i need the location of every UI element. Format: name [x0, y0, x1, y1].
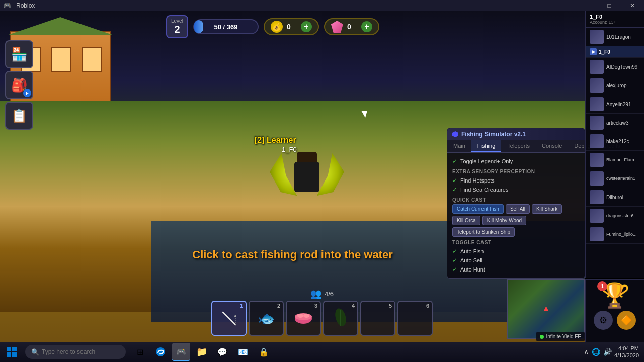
shop-button[interactable]: 🏪	[5, 40, 33, 68]
avatar-alexjurop	[590, 78, 604, 93]
player-item-aidogtown[interactable]: AIDogTown99	[586, 58, 644, 76]
teleport-sunken-ship-button[interactable]: Teleport to Sunken Ship	[452, 227, 515, 237]
instruction-text: Click to cast fishing rod into the water	[192, 248, 393, 261]
hotbar-slot-6[interactable]: 6	[397, 301, 433, 336]
svg-line-0	[223, 312, 235, 325]
feather-icon	[332, 307, 350, 329]
clock-date: 4/13/2020	[614, 352, 639, 359]
player-item-anyelin[interactable]: Anyelin291	[586, 95, 644, 114]
tab-console[interactable]: Console	[536, 140, 568, 152]
titlebar: 🎮 Roblox ─ □ ✕	[0, 0, 644, 11]
app7-button[interactable]: 🔒	[255, 343, 273, 361]
hotbar-slot-4[interactable]: 4	[323, 301, 358, 336]
player-name-articclaw: articclaw3	[606, 120, 628, 126]
taskbar-right: ∧ 🌐 🔊 4:04 PM 4/13/2020	[584, 345, 644, 359]
titlebar-favicon: 🎮	[3, 2, 11, 10]
player-item-101eragon[interactable]: 101Eragon	[586, 28, 644, 46]
level-badge: Level 2	[166, 15, 188, 38]
gold-action-button[interactable]: 🔶	[617, 311, 636, 330]
taskbar-search-box[interactable]: 🔍	[25, 345, 126, 359]
svg-point-13	[156, 347, 165, 356]
search-input[interactable]	[42, 348, 120, 355]
start-button[interactable]	[0, 342, 23, 362]
network-icon[interactable]: 🌐	[592, 348, 600, 356]
player-name-fumino: Fumino_ilpilo...	[606, 232, 637, 237]
kill-orca-button[interactable]: Kill Orca	[452, 216, 480, 225]
check-auto-fish: ✓	[452, 248, 457, 255]
trophy-container: 1 🏆	[600, 284, 630, 308]
player-count-bar: 👥 4/6	[310, 288, 334, 299]
player-name-dilburoi: Dilburoi	[606, 195, 623, 200]
player-item-cwsteam[interactable]: cwsteam/rain1	[586, 169, 644, 188]
sell-all-button[interactable]: Sell All	[506, 204, 530, 214]
player-item-dragonsister[interactable]: dragonsister6...	[586, 207, 644, 225]
close-button[interactable]: ✕	[621, 0, 644, 11]
player-item-dilburoi[interactable]: Dilburoi	[586, 188, 644, 207]
notes-button[interactable]: 📋	[5, 102, 33, 130]
hotbar-slot-5[interactable]: 5	[360, 301, 395, 336]
tab-fishing[interactable]: Fishing	[471, 140, 501, 152]
player-item-fumino[interactable]: Fumino_ilpilo...	[586, 225, 644, 244]
kill-moby-wood-button[interactable]: Kill Moby Wood	[482, 216, 526, 225]
slot-num-2: 2	[277, 303, 280, 309]
people-icon: 👥	[310, 288, 321, 299]
hotbar-slot-3[interactable]: 3	[286, 301, 321, 336]
avatar-blake	[590, 134, 604, 148]
gems-box: 0 +	[324, 18, 379, 35]
player-item-self[interactable]: ▶ 1_F0	[586, 46, 644, 58]
edge-icon	[155, 347, 166, 357]
catch-current-fish-button[interactable]: Catch Current Fish	[452, 204, 504, 214]
player-item-alexjurop[interactable]: alexjurop	[586, 76, 644, 95]
backpack-button[interactable]: 🎒 F	[5, 71, 33, 99]
add-coins-button[interactable]: +	[301, 21, 312, 32]
panel-body: ✓ Toggle Legend+ Only Extra Sensory Perc…	[447, 153, 585, 278]
player-name-blake: blake212c	[606, 139, 629, 144]
maximize-button[interactable]: □	[598, 0, 621, 11]
avatar-fumino	[590, 227, 604, 241]
fishing-rod-icon	[219, 308, 239, 328]
app6-button[interactable]: 📧	[234, 343, 252, 361]
player-name-dragonsister: dragonsister6...	[606, 213, 637, 218]
edge-button[interactable]	[151, 343, 170, 361]
character	[277, 142, 337, 222]
titlebar-title: Roblox	[16, 2, 35, 9]
coins-value: 0	[287, 23, 297, 31]
add-gems-button[interactable]: +	[361, 21, 372, 32]
player-item-blambo[interactable]: Blambo_Flam...	[586, 151, 644, 169]
toggle-auto-fish-label: Auto Fish	[460, 248, 484, 254]
coin-icon: 💰	[271, 21, 283, 33]
player-item-articclaw[interactable]: articclaw3	[586, 114, 644, 132]
player-item-blake[interactable]: blake212c	[586, 132, 644, 151]
settings-button[interactable]: ⚙	[594, 311, 613, 330]
self-icon: ▶	[590, 48, 597, 55]
fishing-panel: Fishing Simulator v2.1 Main Fishing Tele…	[447, 128, 585, 279]
iy-banner: Infinite Yield FE	[536, 332, 585, 341]
hotbar-slot-2[interactable]: 2 🐟	[249, 301, 284, 336]
tray-arrow[interactable]: ∧	[584, 348, 589, 356]
check-auto-sell: ✓	[452, 257, 457, 264]
check-hotspots: ✓	[452, 177, 457, 184]
svg-rect-12	[12, 352, 17, 357]
tab-teleports[interactable]: Teleports	[501, 140, 536, 152]
roblox-taskbar-icon[interactable]: 🎮	[172, 343, 190, 361]
avatar-anyelin	[590, 97, 604, 111]
player-count: 4/6	[325, 290, 334, 298]
tab-main[interactable]: Main	[447, 140, 471, 152]
quick-cast-grid: Catch Current Fish Sell All Kill Shark K…	[452, 204, 580, 237]
file-explorer-button[interactable]: 📁	[193, 343, 211, 361]
taskbar-clock[interactable]: 4:04 PM 4/13/2020	[614, 345, 639, 359]
hotbar-slot-1[interactable]: 1	[211, 301, 247, 336]
kill-shark-button[interactable]: Kill Shark	[532, 204, 562, 214]
search-icon: 🔍	[31, 348, 39, 356]
volume-icon[interactable]: 🔊	[603, 348, 612, 356]
check-sea-creatures: ✓	[452, 186, 457, 193]
gem-icon	[331, 21, 343, 33]
minimap[interactable]: s 'M' to enlarge map	[507, 279, 585, 339]
panel-action-icons: ⚙ 🔶	[594, 311, 636, 330]
minimize-button[interactable]: ─	[575, 0, 598, 11]
taskview-button[interactable]: ⊞	[131, 343, 149, 361]
toggle-auto-hunt-label: Auto Hunt	[460, 266, 485, 273]
avatar-articclaw	[590, 116, 604, 130]
xp-bar: 50 / 369	[193, 19, 259, 34]
app5-button[interactable]: 💬	[213, 343, 231, 361]
